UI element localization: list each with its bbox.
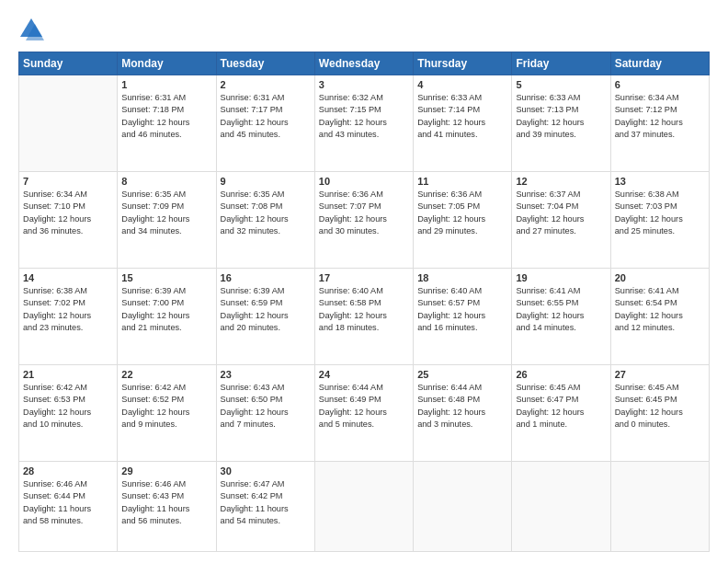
- day-info: Sunrise: 6:45 AM Sunset: 6:45 PM Dayligh…: [615, 382, 705, 431]
- calendar-day-cell: 17Sunrise: 6:40 AM Sunset: 6:58 PM Dayli…: [314, 269, 413, 365]
- day-info: Sunrise: 6:33 AM Sunset: 7:13 PM Dayligh…: [516, 92, 606, 141]
- calendar-day-cell: 21Sunrise: 6:42 AM Sunset: 6:53 PM Dayli…: [19, 365, 118, 462]
- calendar-day-cell: 13Sunrise: 6:38 AM Sunset: 7:03 PM Dayli…: [610, 172, 709, 269]
- weekday-header: Saturday: [610, 52, 709, 75]
- day-info: Sunrise: 6:47 AM Sunset: 6:42 PM Dayligh…: [221, 478, 311, 527]
- day-number: 27: [615, 369, 705, 380]
- day-info: Sunrise: 6:32 AM Sunset: 7:15 PM Dayligh…: [319, 92, 409, 141]
- day-info: Sunrise: 6:35 AM Sunset: 7:08 PM Dayligh…: [221, 189, 311, 237]
- day-info: Sunrise: 6:31 AM Sunset: 7:17 PM Dayligh…: [221, 92, 311, 141]
- calendar-day-cell: 3Sunrise: 6:32 AM Sunset: 7:15 PM Daylig…: [314, 75, 413, 172]
- day-number: 5: [516, 79, 606, 90]
- calendar-day-cell: 11Sunrise: 6:36 AM Sunset: 7:05 PM Dayli…: [414, 172, 512, 269]
- day-number: 7: [23, 176, 113, 187]
- day-number: 17: [319, 272, 409, 283]
- calendar-day-cell: 8Sunrise: 6:35 AM Sunset: 7:09 PM Daylig…: [118, 172, 216, 269]
- day-info: Sunrise: 6:42 AM Sunset: 6:53 PM Dayligh…: [23, 382, 113, 431]
- weekday-header: Friday: [512, 52, 610, 75]
- day-number: 18: [417, 272, 507, 283]
- day-number: 22: [121, 369, 211, 380]
- calendar-day-cell: 2Sunrise: 6:31 AM Sunset: 7:17 PM Daylig…: [216, 75, 314, 172]
- day-info: Sunrise: 6:45 AM Sunset: 6:47 PM Dayligh…: [516, 382, 606, 431]
- calendar-week-row: 28Sunrise: 6:46 AM Sunset: 6:44 PM Dayli…: [19, 462, 710, 552]
- calendar-day-cell: 29Sunrise: 6:46 AM Sunset: 6:43 PM Dayli…: [118, 462, 216, 552]
- day-info: Sunrise: 6:43 AM Sunset: 6:50 PM Dayligh…: [221, 382, 311, 431]
- day-number: 13: [615, 176, 705, 187]
- day-number: 24: [319, 369, 409, 380]
- weekday-header: Sunday: [19, 52, 118, 75]
- day-info: Sunrise: 6:35 AM Sunset: 7:09 PM Dayligh…: [121, 189, 211, 237]
- calendar-day-cell: 27Sunrise: 6:45 AM Sunset: 6:45 PM Dayli…: [610, 365, 709, 462]
- day-number: 10: [319, 176, 409, 187]
- day-number: 16: [221, 272, 311, 283]
- day-number: 12: [516, 176, 606, 187]
- calendar-week-row: 14Sunrise: 6:38 AM Sunset: 7:02 PM Dayli…: [19, 269, 710, 365]
- header: [18, 17, 710, 42]
- day-info: Sunrise: 6:33 AM Sunset: 7:14 PM Dayligh…: [417, 92, 507, 141]
- calendar-week-row: 1Sunrise: 6:31 AM Sunset: 7:18 PM Daylig…: [19, 75, 710, 172]
- calendar-day-cell: 22Sunrise: 6:42 AM Sunset: 6:52 PM Dayli…: [118, 365, 216, 462]
- logo: [18, 17, 48, 42]
- calendar-day-cell: 7Sunrise: 6:34 AM Sunset: 7:10 PM Daylig…: [19, 172, 118, 269]
- calendar-day-cell: 24Sunrise: 6:44 AM Sunset: 6:49 PM Dayli…: [314, 365, 413, 462]
- calendar-day-cell: [414, 462, 512, 552]
- day-number: 30: [221, 465, 311, 477]
- day-info: Sunrise: 6:42 AM Sunset: 6:52 PM Dayligh…: [121, 382, 211, 431]
- calendar-day-cell: 6Sunrise: 6:34 AM Sunset: 7:12 PM Daylig…: [610, 75, 709, 172]
- calendar-day-cell: [19, 75, 118, 172]
- day-number: 26: [516, 369, 606, 380]
- calendar-day-cell: 4Sunrise: 6:33 AM Sunset: 7:14 PM Daylig…: [414, 75, 512, 172]
- calendar-week-row: 7Sunrise: 6:34 AM Sunset: 7:10 PM Daylig…: [19, 172, 710, 269]
- day-info: Sunrise: 6:46 AM Sunset: 6:44 PM Dayligh…: [23, 478, 113, 527]
- calendar-day-cell: 12Sunrise: 6:37 AM Sunset: 7:04 PM Dayli…: [512, 172, 610, 269]
- day-info: Sunrise: 6:40 AM Sunset: 6:58 PM Dayligh…: [319, 285, 409, 334]
- day-info: Sunrise: 6:40 AM Sunset: 6:57 PM Dayligh…: [417, 285, 507, 334]
- day-number: 29: [121, 465, 211, 477]
- day-number: 20: [615, 272, 705, 283]
- calendar-day-cell: 15Sunrise: 6:39 AM Sunset: 7:00 PM Dayli…: [118, 269, 216, 365]
- day-number: 28: [23, 465, 113, 477]
- calendar-day-cell: 30Sunrise: 6:47 AM Sunset: 6:42 PM Dayli…: [216, 462, 314, 552]
- day-info: Sunrise: 6:41 AM Sunset: 6:54 PM Dayligh…: [615, 285, 705, 334]
- day-number: 11: [417, 176, 507, 187]
- day-info: Sunrise: 6:34 AM Sunset: 7:12 PM Dayligh…: [615, 92, 705, 141]
- day-number: 25: [417, 369, 507, 380]
- weekday-header: Wednesday: [314, 52, 413, 75]
- day-info: Sunrise: 6:44 AM Sunset: 6:49 PM Dayligh…: [319, 382, 409, 431]
- calendar-header-row: SundayMondayTuesdayWednesdayThursdayFrid…: [19, 52, 710, 75]
- day-number: 6: [615, 79, 705, 90]
- day-number: 19: [516, 272, 606, 283]
- calendar-day-cell: 1Sunrise: 6:31 AM Sunset: 7:18 PM Daylig…: [118, 75, 216, 172]
- calendar-day-cell: 14Sunrise: 6:38 AM Sunset: 7:02 PM Dayli…: [19, 269, 118, 365]
- day-info: Sunrise: 6:36 AM Sunset: 7:07 PM Dayligh…: [319, 189, 409, 237]
- day-info: Sunrise: 6:31 AM Sunset: 7:18 PM Dayligh…: [121, 92, 211, 141]
- day-number: 8: [121, 176, 211, 187]
- day-number: 4: [417, 79, 507, 90]
- calendar-table: SundayMondayTuesdayWednesdayThursdayFrid…: [18, 52, 710, 552]
- day-number: 14: [23, 272, 113, 283]
- day-number: 15: [121, 272, 211, 283]
- day-info: Sunrise: 6:39 AM Sunset: 6:59 PM Dayligh…: [221, 285, 311, 334]
- calendar-day-cell: 23Sunrise: 6:43 AM Sunset: 6:50 PM Dayli…: [216, 365, 314, 462]
- calendar-day-cell: 5Sunrise: 6:33 AM Sunset: 7:13 PM Daylig…: [512, 75, 610, 172]
- day-info: Sunrise: 6:37 AM Sunset: 7:04 PM Dayligh…: [516, 189, 606, 237]
- day-info: Sunrise: 6:38 AM Sunset: 7:02 PM Dayligh…: [23, 285, 113, 334]
- day-info: Sunrise: 6:44 AM Sunset: 6:48 PM Dayligh…: [417, 382, 507, 431]
- day-info: Sunrise: 6:34 AM Sunset: 7:10 PM Dayligh…: [23, 189, 113, 237]
- calendar-day-cell: 9Sunrise: 6:35 AM Sunset: 7:08 PM Daylig…: [216, 172, 314, 269]
- calendar-day-cell: 19Sunrise: 6:41 AM Sunset: 6:55 PM Dayli…: [512, 269, 610, 365]
- calendar-day-cell: 10Sunrise: 6:36 AM Sunset: 7:07 PM Dayli…: [314, 172, 413, 269]
- day-info: Sunrise: 6:38 AM Sunset: 7:03 PM Dayligh…: [615, 189, 705, 237]
- weekday-header: Tuesday: [216, 52, 314, 75]
- calendar-day-cell: 25Sunrise: 6:44 AM Sunset: 6:48 PM Dayli…: [414, 365, 512, 462]
- day-info: Sunrise: 6:36 AM Sunset: 7:05 PM Dayligh…: [417, 189, 507, 237]
- day-number: 23: [221, 369, 311, 380]
- day-info: Sunrise: 6:46 AM Sunset: 6:43 PM Dayligh…: [121, 478, 211, 527]
- calendar-day-cell: 20Sunrise: 6:41 AM Sunset: 6:54 PM Dayli…: [610, 269, 709, 365]
- day-number: 2: [221, 79, 311, 90]
- day-info: Sunrise: 6:39 AM Sunset: 7:00 PM Dayligh…: [121, 285, 211, 334]
- calendar-day-cell: 26Sunrise: 6:45 AM Sunset: 6:47 PM Dayli…: [512, 365, 610, 462]
- day-number: 1: [121, 79, 211, 90]
- logo-icon: [18, 17, 44, 42]
- calendar-day-cell: [610, 462, 709, 552]
